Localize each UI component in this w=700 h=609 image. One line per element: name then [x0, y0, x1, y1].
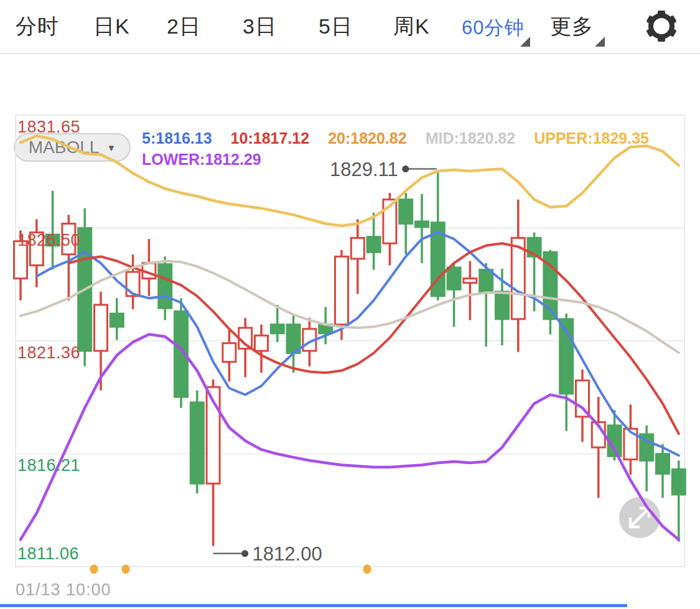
grid [16, 115, 684, 567]
y-tick-1821.36: 1821.36 [17, 343, 80, 363]
mid-line [21, 261, 679, 353]
y-tick-1811.06: 1811.06 [17, 544, 79, 564]
price-chart[interactable]: 1829.111812.00 [0, 0, 700, 609]
y-tick-1826.50: 1826.50 [17, 231, 80, 250]
time-axis-label: 01/13 10:00 [16, 580, 111, 600]
upper-line [21, 136, 679, 226]
lower-line [21, 335, 679, 540]
signal-dots [90, 565, 371, 574]
kline-chart-screen: 分时 日K 2日 3日 5日 周K 60分钟 更多 [0, 0, 700, 609]
high-annotation: 1829.11 [330, 159, 398, 180]
low-annotation: 1812.00 [253, 543, 322, 565]
bottom-accent-line [0, 604, 627, 607]
y-tick-1816.21: 1816.21 [17, 456, 80, 475]
y-tick-1831.65: 1831.65 [17, 118, 80, 137]
